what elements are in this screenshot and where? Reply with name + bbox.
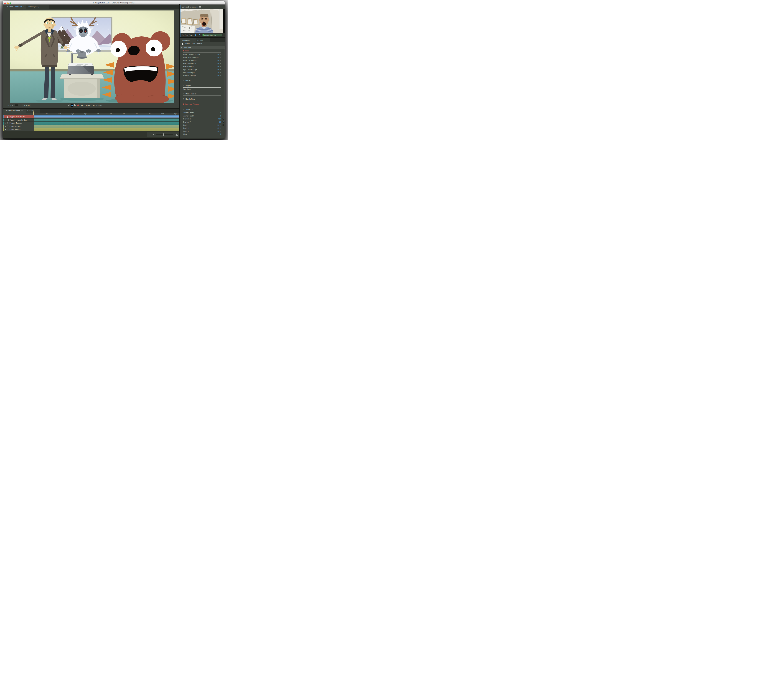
section-handle-fixer[interactable]: Handle Fixer <box>183 98 221 101</box>
section-lip-sync[interactable]: Lip Sync <box>183 79 221 82</box>
scene-canvas[interactable] <box>10 10 174 103</box>
classroom-scene <box>10 10 174 103</box>
reset-value-button[interactable]: ✕ <box>222 121 224 123</box>
property-value[interactable]: 100 <box>217 127 219 129</box>
expand-icon[interactable] <box>5 129 6 130</box>
trim-icon[interactable] <box>149 134 151 135</box>
tab-scene-classroom[interactable]: Scene: Classroom <box>3 5 26 8</box>
go-to-start-button[interactable] <box>68 104 70 106</box>
property-value[interactable]: 200 <box>217 124 219 126</box>
desk <box>60 75 104 101</box>
playhead-line <box>34 115 34 131</box>
panel-menu-icon[interactable] <box>190 40 192 41</box>
ruler-tick-label: 100 <box>45 113 48 115</box>
section-keyboard-triggers[interactable]: Keyboard Triggers <box>183 103 221 106</box>
timeline-tabstrip: Timeline: Classroom Console <box>3 109 179 113</box>
property-value[interactable]: 0 <box>220 133 221 135</box>
record-button[interactable] <box>77 105 79 106</box>
property-value[interactable]: 100 <box>217 130 219 132</box>
property-value[interactable]: 430 <box>218 121 221 123</box>
play-button[interactable] <box>75 104 76 106</box>
stop-button[interactable] <box>71 104 73 107</box>
ruler-tick-label: 500 <box>97 113 99 115</box>
track-bar[interactable] <box>34 128 178 131</box>
expand-icon[interactable] <box>5 123 6 123</box>
property-value[interactable]: 0 <box>220 115 221 117</box>
puppet-icon <box>7 128 8 130</box>
webcam-feed <box>180 9 223 33</box>
zoom-in-mountain-icon[interactable] <box>175 134 178 136</box>
track-header-2[interactable]: Puppet – Instructor Gene <box>3 118 34 122</box>
property-row-scale-y: Scale Y100% <box>183 130 221 133</box>
track-name: Puppet – Red Monster <box>10 116 25 118</box>
tab-project[interactable]: Project <box>196 38 210 42</box>
property-row-anchor-point-x: Anchor Point X0 <box>183 111 221 114</box>
chevron-down-icon <box>12 105 13 106</box>
section-mouse-tracker[interactable]: Mouse Tracker <box>183 93 221 96</box>
expand-icon[interactable] <box>5 126 6 127</box>
track-header-5[interactable]: Puppet – Room <box>3 128 34 131</box>
zoom-dropdown[interactable]: (55%) <box>7 103 13 108</box>
property-value[interactable]: 100 <box>217 63 219 64</box>
property-list: FaceHead Position Strength100%Head Scale… <box>183 50 221 136</box>
property-value[interactable]: 100 <box>217 59 219 61</box>
panel-menu-icon[interactable] <box>199 7 201 8</box>
track-bar[interactable] <box>34 122 178 125</box>
selected-puppet-row[interactable]: Puppet – Red Monster <box>182 43 202 45</box>
track-bar[interactable] <box>34 118 178 122</box>
background-swatch[interactable] <box>15 104 18 106</box>
property-value[interactable]: 100 <box>217 68 219 70</box>
section-transform[interactable]: Transform <box>183 108 221 111</box>
track-name: Puppet – screen <box>10 125 21 127</box>
property-label: Eye Gaze Strength <box>183 68 217 70</box>
property-value[interactable]: 0 <box>218 72 219 73</box>
property-value[interactable]: 100 <box>217 56 219 58</box>
track-name: Puppet – Instructor Gene <box>10 119 28 121</box>
property-unit: % <box>220 68 221 70</box>
set-rest-pose-button[interactable]: Set Rest Pose <box>182 34 193 36</box>
property-row-wiggliness: Wiggliness4 <box>183 88 221 91</box>
camera-icon[interactable] <box>194 34 197 37</box>
zoom-out-mountain-icon[interactable] <box>153 134 154 135</box>
timecode[interactable]: 00:00:00:00 <box>81 104 95 107</box>
section-wiggler[interactable]: Wiggler <box>183 85 221 88</box>
panel-menu-icon[interactable] <box>21 110 23 111</box>
puppet-icon <box>7 119 9 121</box>
property-value[interactable]: 100 <box>217 65 219 67</box>
collapse-icon[interactable] <box>5 120 6 120</box>
microphone-icon[interactable] <box>198 34 200 37</box>
track-item-header[interactable]: Track Item <box>180 46 225 49</box>
property-value[interactable]: 100 <box>217 75 219 77</box>
slider-thumb[interactable] <box>163 133 164 136</box>
reset-value-button[interactable]: ✕ <box>222 124 224 126</box>
tab-puppet-none[interactable]: Puppet: (none) <box>26 5 49 8</box>
timeline-track-row: Puppet – screen <box>3 125 179 128</box>
track-header-4[interactable]: Puppet – screen <box>3 125 34 128</box>
track-bar[interactable] <box>34 115 178 118</box>
panel-menu-icon[interactable] <box>23 6 24 7</box>
playhead[interactable] <box>33 112 34 115</box>
refresh-button[interactable]: Refresh <box>22 104 31 107</box>
timeline-zoom-slider[interactable] <box>157 135 173 135</box>
property-unit: % <box>220 130 221 132</box>
property-row-head-scale-strength: Head Scale Strength100% <box>183 56 221 59</box>
scene-tab-value: Classroom <box>13 6 22 8</box>
timeline-ruler[interactable]: 10020030040050060070080090010001100 <box>3 113 179 115</box>
tab-timeline-classroom[interactable]: Timeline: Classroom <box>3 109 26 113</box>
track-header-1[interactable]: Puppet – Red Monster <box>3 115 34 118</box>
property-unit: % <box>220 56 221 58</box>
expand-icon[interactable] <box>5 116 6 117</box>
section-face[interactable]: Face <box>183 50 221 53</box>
property-unit: % <box>220 72 221 73</box>
property-label: Head Scale Strength <box>183 56 217 58</box>
tab-console[interactable]: Console <box>26 109 40 113</box>
tab-properties[interactable]: Properties <box>180 38 196 42</box>
property-value[interactable]: 4 <box>220 88 221 90</box>
property-value[interactable]: 0 <box>220 112 221 114</box>
property-value[interactable]: 100 <box>217 53 219 55</box>
property-row-mouth-strength: Mouth Strength0% <box>183 71 221 74</box>
property-value[interactable]: 820 <box>218 118 221 120</box>
property-unit: % <box>220 65 221 67</box>
track-bar[interactable] <box>34 125 178 128</box>
track-header-3[interactable]: Puppet – Projector <box>3 122 34 125</box>
